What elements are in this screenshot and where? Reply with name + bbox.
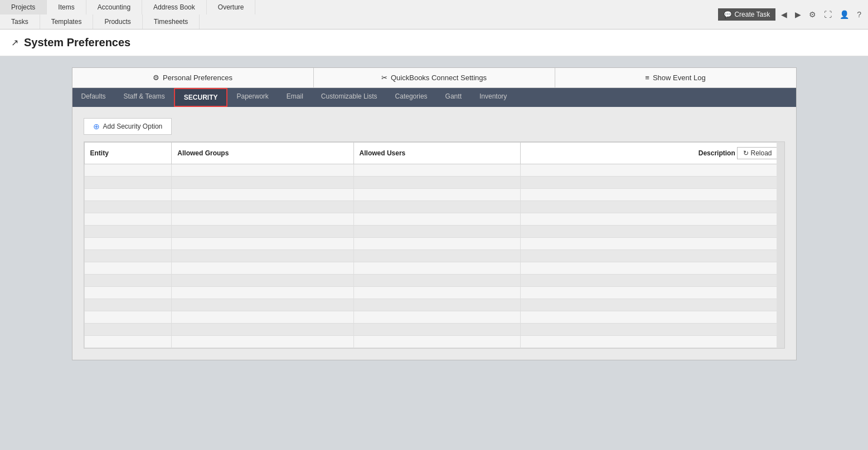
table-cell [520,177,784,189]
col-allowed-users: Allowed Users [353,143,520,164]
panel-tabs: ⚙ Personal Preferences ✂ QuickBooks Conn… [72,68,796,88]
table-cell [353,238,520,250]
table-cell [172,238,353,250]
table-row[interactable] [84,311,784,324]
table-row[interactable] [84,177,784,189]
tab-quickbooks-settings[interactable]: ✂ QuickBooks Connect Settings [314,68,555,87]
table-cell [172,250,353,262]
sec-nav-email[interactable]: Email [278,88,312,107]
table-cell [353,336,520,348]
nav-tab-tasks[interactable]: Tasks [0,14,40,29]
table-row[interactable] [84,201,784,213]
table-cell [520,189,784,201]
table-cell [353,275,520,287]
table-cell [84,164,172,177]
table-cell [84,238,172,250]
table-cell [172,299,353,311]
table-cell [520,311,784,324]
table-cell [84,311,172,324]
list-icon: ≡ [645,74,649,82]
table-row[interactable] [84,164,784,177]
table-cell [172,164,353,177]
prefs-panel: ⚙ Personal Preferences ✂ QuickBooks Conn… [72,67,797,360]
table-cell [172,226,353,238]
expand-icon-button[interactable]: ⛶ [822,9,834,20]
table-row[interactable] [84,324,784,336]
nav-tab-addressbook[interactable]: Address Book [142,0,207,14]
table-cell [353,250,520,262]
security-table-wrapper: Entity Allowed Groups Allowed Users Desc… [84,141,785,349]
nav-next-button[interactable]: ▶ [793,9,803,20]
main-content: ⚙ Personal Preferences ✂ QuickBooks Conn… [0,56,868,450]
sec-nav-staff-teams[interactable]: Staff & Teams [115,88,174,107]
table-cell [84,262,172,275]
table-cell [84,213,172,226]
gear-icon: ⚙ [153,74,159,82]
table-cell [84,189,172,201]
table-cell [84,201,172,213]
settings-icon-button[interactable]: ⚙ [807,9,818,20]
sec-nav-inventory[interactable]: Inventory [471,88,516,107]
table-cell [172,275,353,287]
security-table: Entity Allowed Groups Allowed Users Desc… [84,142,784,348]
table-row[interactable] [84,226,784,238]
nav-prev-button[interactable]: ◀ [779,9,789,20]
user-icon-button[interactable]: 👤 [837,9,851,20]
table-cell [520,250,784,262]
table-row[interactable] [84,287,784,299]
table-cell [84,250,172,262]
table-cell [172,324,353,336]
table-cell [353,311,520,324]
table-cell [353,177,520,189]
panel-content: ⊕ Add Security Option Entity Allowed Gro… [72,107,796,360]
nav-row-2: Tasks Templates Products Timesheets [0,14,714,29]
table-cell [172,336,353,348]
table-cell [520,336,784,348]
table-cell [353,287,520,299]
sec-nav-customizable-lists[interactable]: Customizable Lists [312,88,386,107]
help-icon-button[interactable]: ? [855,9,864,20]
nav-tab-products[interactable]: Products [93,14,142,29]
table-cell [520,262,784,275]
table-row[interactable] [84,299,784,311]
table-row[interactable] [84,238,784,250]
sec-nav-security[interactable]: SECURITY [174,88,228,107]
table-row[interactable] [84,336,784,348]
nav-tab-templates[interactable]: Templates [40,14,94,29]
tab-personal-preferences[interactable]: ⚙ Personal Preferences [72,68,314,87]
sec-nav-gantt[interactable]: Gantt [437,88,471,107]
table-row[interactable] [84,275,784,287]
table-cell [172,201,353,213]
chat-icon: 💬 [724,11,732,18]
nav-tab-items[interactable]: Items [47,0,86,14]
table-cell [520,201,784,213]
table-row[interactable] [84,213,784,226]
external-link-icon[interactable]: ↗ [11,37,18,48]
table-cell [520,226,784,238]
table-cell [520,324,784,336]
page-title: System Preferences [24,36,130,49]
tab-show-event-log[interactable]: ≡ Show Event Log [555,68,796,87]
table-row[interactable] [84,189,784,201]
add-security-option-button[interactable]: ⊕ Add Security Option [84,118,172,135]
sec-nav-defaults[interactable]: Defaults [72,88,115,107]
table-cell [353,201,520,213]
nav-tab-projects[interactable]: Projects [0,0,47,14]
table-cell [353,324,520,336]
table-row[interactable] [84,250,784,262]
sec-nav-categories[interactable]: Categories [386,88,437,107]
nav-tab-timesheets[interactable]: Timesheets [143,14,200,29]
table-cell [520,287,784,299]
sec-nav-paperwork[interactable]: Paperwork [227,88,277,107]
col-description: Description ↻ Reload [520,143,784,164]
table-cell [353,164,520,177]
nav-tab-overture[interactable]: Overture [207,0,256,14]
table-row[interactable] [84,262,784,275]
col-allowed-groups: Allowed Groups [172,143,353,164]
create-task-button[interactable]: 💬 Create Task [718,8,775,21]
nav-tab-accounting[interactable]: Accounting [86,0,142,14]
table-cell [172,262,353,275]
table-cell [520,213,784,226]
secondary-nav: Defaults Staff & Teams SECURITY Paperwor… [72,88,796,107]
reload-button[interactable]: ↻ Reload [737,147,778,159]
